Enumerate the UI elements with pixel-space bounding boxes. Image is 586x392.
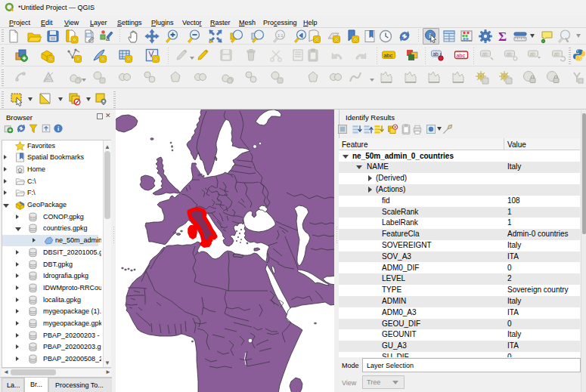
svg-text:ab: ab	[482, 51, 488, 57]
svg-text:ab: ab	[554, 51, 560, 57]
svg-text:1:1: 1:1	[277, 33, 284, 38]
svg-text:ab: ab	[433, 51, 439, 57]
svg-text:Σ: Σ	[498, 29, 507, 44]
svg-text:ab: ab	[530, 51, 536, 57]
svg-text:ab: ab	[507, 51, 513, 57]
svg-text:abc: abc	[383, 52, 392, 59]
svg-text:abc: abc	[456, 52, 465, 59]
